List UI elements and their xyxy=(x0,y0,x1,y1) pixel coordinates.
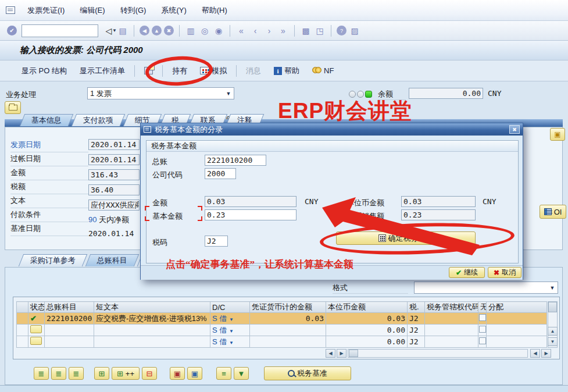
local-amount-cell[interactable]: 0.00 xyxy=(326,325,408,336)
dc-dropdown-icon[interactable]: ▼ xyxy=(229,317,234,322)
find-next-icon[interactable]: ◉ xyxy=(213,25,224,37)
vertical-scroll-thumb[interactable] xyxy=(548,302,557,312)
invoice-date-label[interactable]: 发票日期 xyxy=(10,138,88,152)
customize-icon[interactable]: ▨ xyxy=(349,25,360,37)
help-circle-icon[interactable]: ? xyxy=(337,26,346,35)
w-cell[interactable] xyxy=(478,325,487,336)
checkbox[interactable] xyxy=(479,337,486,344)
last-page-icon[interactable]: » xyxy=(277,25,289,37)
save-icon[interactable]: ▤ xyxy=(117,25,128,37)
w-cell[interactable] xyxy=(478,313,487,325)
command-field[interactable] xyxy=(22,26,112,36)
doc-amount-cell[interactable] xyxy=(250,325,326,336)
cancel-button[interactable]: ✖ 取消 xyxy=(488,267,521,278)
dc-cell[interactable]: S 借 ▼ xyxy=(210,325,250,336)
col-doc-currency-amount[interactable]: 凭证货币计的金额 xyxy=(250,302,326,313)
scroll-up-icon[interactable]: ▲ xyxy=(548,327,558,336)
tax-base-button[interactable]: 税务基准 xyxy=(264,366,351,380)
tree-toggle-button[interactable] xyxy=(5,101,21,114)
short-text-cell[interactable] xyxy=(94,336,210,348)
gl-account-cell[interactable] xyxy=(45,336,94,348)
jurisdiction-cell[interactable] xyxy=(425,336,478,348)
row-selector[interactable] xyxy=(17,336,28,348)
back-triangle-icon[interactable]: ◁ xyxy=(103,25,115,37)
doc-amount-cell[interactable]: 0.03 xyxy=(250,313,326,325)
menu-system[interactable]: 系统(Y) xyxy=(153,5,194,16)
display-vendor-button[interactable]: ▣ xyxy=(550,128,565,141)
w-cell[interactable] xyxy=(478,336,487,348)
table-row[interactable]: S 借 ▼ 0.00 J2 xyxy=(17,336,547,348)
copy-row-button[interactable]: ▣ xyxy=(170,367,185,380)
local-amount-field[interactable]: 0.03 xyxy=(401,196,476,207)
scroll-left-2-icon[interactable]: ◀ xyxy=(530,349,540,358)
format-combo[interactable]: ▼ xyxy=(414,281,558,294)
display-po-structure-button[interactable]: 显示 PO 结构 xyxy=(15,64,73,78)
shortcut-icon[interactable]: ◳ xyxy=(314,25,326,37)
jurisdiction-cell[interactable] xyxy=(425,325,478,336)
tax-code-cell[interactable]: J2 xyxy=(408,313,425,325)
find-icon[interactable]: ◎ xyxy=(199,25,210,37)
short-text-cell[interactable]: 应交税费-应交增值税-进项税13% xyxy=(94,313,210,325)
assignment-cell[interactable] xyxy=(487,313,547,325)
base-amount-field[interactable]: 0.23 xyxy=(205,209,296,220)
local-sales-field[interactable]: 0.23 xyxy=(401,209,476,220)
details-button[interactable]: ≣ xyxy=(69,367,84,380)
local-amount-cell[interactable]: 0.00 xyxy=(326,336,408,348)
posting-date-field[interactable]: 2020.01.14 xyxy=(88,154,140,165)
tax-code-field[interactable]: J2 xyxy=(205,236,228,247)
col-tax-jurisdiction[interactable]: 税务管辖权代码 xyxy=(425,302,478,313)
tab-basic-data[interactable]: 基本信息 xyxy=(20,114,73,126)
col-dc[interactable]: D/C xyxy=(210,302,250,313)
table-row[interactable]: S 借 ▼ 0.00 J2 xyxy=(17,325,547,336)
jurisdiction-cell[interactable] xyxy=(425,313,478,325)
delete-row-button[interactable]: ⊟ xyxy=(142,367,157,380)
col-short-text[interactable]: 短文本 xyxy=(94,302,210,313)
dc-cell[interactable]: S 借 ▼ xyxy=(210,336,250,348)
tab-gl-account[interactable]: 总账科目 xyxy=(85,254,139,266)
menu-help[interactable]: 帮助(H) xyxy=(194,5,235,16)
first-page-icon[interactable]: « xyxy=(235,25,247,37)
help-button[interactable]: i 帮助 xyxy=(267,64,306,78)
dc-dropdown-icon[interactable]: ▼ xyxy=(229,329,234,334)
back-icon[interactable]: ◀ xyxy=(140,26,149,35)
scroll-left-icon[interactable]: ◀ xyxy=(326,349,335,358)
col-w[interactable]: 无 xyxy=(478,302,487,313)
oi-button[interactable]: OI xyxy=(540,205,566,219)
invoice-date-field[interactable]: 2020.01.14 xyxy=(88,139,140,150)
col-local-amount[interactable]: 本位币金额 xyxy=(326,302,408,313)
table-row[interactable]: ✔ 2221010200 应交税费-应交增值税-进项税13% S 借 ▼ 0.0… xyxy=(17,313,547,325)
tax-code-cell[interactable]: J2 xyxy=(408,325,425,336)
previous-page-icon[interactable]: ‹ xyxy=(249,25,261,37)
local-amount-cell[interactable]: 0.03 xyxy=(326,313,408,325)
col-status[interactable]: 状态 xyxy=(28,302,45,313)
cancel-icon[interactable]: ✖ xyxy=(164,26,174,35)
menu-goto[interactable]: 转到(G) xyxy=(113,5,154,16)
doc-amount-cell[interactable] xyxy=(250,336,326,348)
sort-button[interactable]: ≡ xyxy=(216,367,231,380)
deselect-all-button[interactable]: ≣ xyxy=(51,367,66,380)
exit-icon[interactable]: ▲ xyxy=(152,26,162,35)
dialog-title-bar[interactable]: 税务基本金额的分录 ✖ xyxy=(141,123,523,136)
display-worklist-button[interactable]: 显示工作清单 xyxy=(73,64,131,78)
dc-cell[interactable]: S 借 ▼ xyxy=(210,313,250,325)
nf-button[interactable]: NF xyxy=(306,64,340,78)
row-selector[interactable] xyxy=(17,313,28,325)
format-dropdown-icon[interactable]: ▼ xyxy=(547,285,558,291)
gl-field[interactable]: 2221010200 xyxy=(205,155,266,166)
gl-account-cell[interactable] xyxy=(45,325,94,336)
insert-row-button[interactable]: ⊞ xyxy=(94,367,109,380)
col-gl-account[interactable]: 总账科目 xyxy=(45,302,94,313)
select-all-button[interactable]: ≣ xyxy=(34,367,49,380)
scroll-right-2-icon[interactable]: ▶ xyxy=(541,349,551,358)
dialog-amount-field[interactable]: 0.03 xyxy=(205,196,296,207)
checkbox[interactable] xyxy=(479,314,486,321)
filter-button[interactable]: ▼ xyxy=(234,367,249,380)
enter-icon[interactable]: ✔ xyxy=(7,26,17,35)
amount-field[interactable]: 316.43 xyxy=(88,169,140,180)
dc-dropdown-icon[interactable]: ▼ xyxy=(229,340,234,345)
transaction-combo[interactable]: 1 发票 ▼ xyxy=(87,87,234,99)
text-field[interactable]: 应付XXX供应商- xyxy=(88,199,140,211)
checkbox[interactable] xyxy=(479,326,486,333)
assignment-cell[interactable] xyxy=(487,325,547,336)
menu-invoice-document[interactable]: 发票凭证(I) xyxy=(20,5,72,16)
